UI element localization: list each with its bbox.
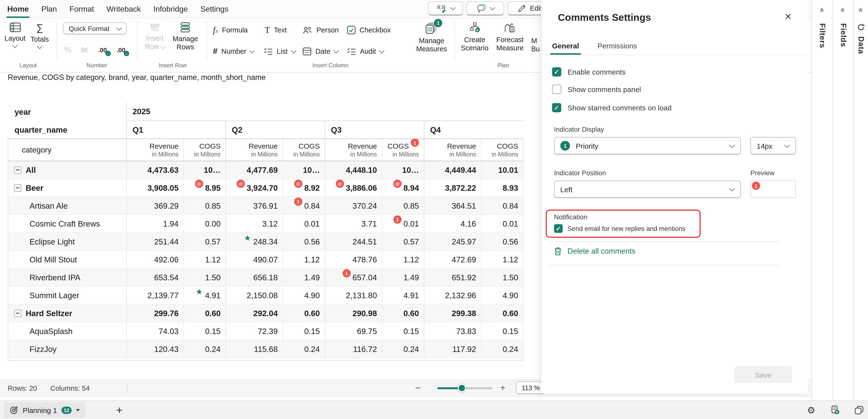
checkbox-checked-icon[interactable]: ✓	[554, 224, 563, 233]
menu-plan[interactable]: Plan	[35, 0, 63, 18]
collapse-chevrons-icon[interactable]: «	[857, 8, 865, 12]
refresh-icon[interactable]	[857, 23, 865, 31]
table-cell[interactable]: ★248.34	[225, 233, 283, 250]
table-cell[interactable]: 3.12	[225, 215, 283, 232]
table-cell[interactable]: 10…	[382, 161, 424, 179]
table-cell[interactable]: 0.57	[382, 233, 424, 250]
mention-badge[interactable]: @	[195, 179, 203, 188]
caret-down-icon[interactable]	[76, 409, 80, 411]
table-cell[interactable]: 2,150.08	[225, 287, 283, 304]
table-cell[interactable]: 251.44	[126, 233, 183, 250]
settings-gear-icon[interactable]: ⚙	[807, 401, 815, 419]
manage-rows-button[interactable]: Manage Rows	[170, 22, 200, 51]
mention-badge[interactable]: @	[336, 179, 344, 188]
comments-button[interactable]	[466, 1, 504, 16]
table-cell[interactable]: 0.60	[481, 304, 523, 322]
table-cell[interactable]: 292.04	[225, 304, 283, 322]
delete-all-comments-link[interactable]: Delete all comments	[554, 247, 636, 256]
row-label[interactable]: All	[8, 161, 126, 179]
mention-badge[interactable]: @	[237, 179, 245, 188]
table-cell[interactable]: 0.60	[382, 304, 424, 322]
table-cell[interactable]: 653.54	[126, 269, 183, 286]
table-cell[interactable]: 4,477.69	[225, 161, 283, 179]
table-cell[interactable]: 490.07	[225, 251, 283, 268]
table-cell[interactable]: 2,139.77	[126, 287, 183, 304]
forecast-measure-button[interactable]: Forecast Measure	[494, 22, 526, 52]
show-comments-panel-checkbox[interactable]: Show comments panel	[552, 85, 641, 94]
insert-number-button[interactable]: # Number	[213, 46, 254, 57]
table-cell[interactable]: 2,132.96	[424, 287, 481, 304]
show-starred-checkbox[interactable]: ✓ Show starred comments on load	[552, 103, 672, 112]
insert-date-button[interactable]: Date	[302, 46, 338, 57]
table-cell[interactable]: 0.15	[382, 322, 424, 340]
quick-format-dropdown[interactable]: Quick Format	[63, 22, 127, 34]
table-cell[interactable]: 492.06	[126, 251, 183, 268]
row-label[interactable]: Cosmic Craft Brews	[8, 215, 126, 232]
create-scenario-button[interactable]: Create Scenario	[460, 22, 490, 52]
insert-text-button[interactable]: T Text	[265, 24, 287, 36]
table-cell[interactable]: 117.92	[424, 340, 481, 358]
table-cell[interactable]: 10.84	[283, 197, 324, 214]
new-report-icon[interactable]	[830, 401, 840, 419]
table-cell[interactable]: 0.24	[382, 340, 424, 358]
table-cell[interactable]: 3.71	[324, 215, 382, 232]
table-cell[interactable]: 1.12	[183, 251, 225, 268]
filters-strip[interactable]: « Filters	[811, 0, 832, 400]
send-email-checkbox[interactable]: ✓ Send email for new replies and mention…	[554, 224, 686, 233]
menu-home[interactable]: Home	[1, 0, 35, 18]
menu-infobridge[interactable]: Infobridge	[147, 0, 194, 18]
table-cell[interactable]: @8.95	[183, 179, 225, 197]
insert-row-button[interactable]: Insert Row	[142, 22, 168, 51]
comment-count-badge[interactable]: 1	[411, 139, 419, 147]
tab-general[interactable]: General	[550, 42, 581, 55]
table-cell[interactable]: 0.15	[481, 322, 523, 340]
row-label[interactable]: Beer	[8, 179, 126, 197]
table-cell[interactable]: 0.24	[283, 340, 324, 358]
zoom-in-button[interactable]: +	[500, 380, 505, 396]
table-cell[interactable]: 1.94	[126, 215, 183, 232]
totals-button[interactable]: ∑ Totals	[29, 22, 50, 49]
table-cell[interactable]: 0.84	[481, 197, 523, 214]
table-cell[interactable]: 116.72	[324, 340, 382, 358]
row-label[interactable]: AquaSplash	[8, 322, 126, 340]
data-strip[interactable]: « Data	[854, 0, 868, 400]
table-cell[interactable]: 369.29	[126, 197, 183, 214]
table-cell[interactable]: 1.50	[183, 269, 225, 286]
table-cell[interactable]: 299.76	[126, 304, 183, 322]
enable-comments-checkbox[interactable]: ✓ Enable comments	[552, 67, 626, 77]
collapse-icon[interactable]	[14, 166, 21, 174]
table-cell[interactable]: 478.76	[324, 251, 382, 268]
save-button[interactable]: Save	[735, 366, 792, 383]
checkbox-checked-icon[interactable]: ✓	[552, 103, 561, 112]
table-cell[interactable]: 10.01	[382, 215, 424, 232]
table-cell[interactable]: 1.49	[382, 269, 424, 286]
table-cell[interactable]: 472.69	[424, 251, 481, 268]
table-cell[interactable]: 10…	[283, 161, 324, 179]
mention-badge[interactable]: @	[294, 179, 302, 188]
row-label[interactable]: Eclipse Light	[8, 233, 126, 250]
checkbox-unchecked-icon[interactable]	[552, 85, 561, 94]
insert-audit-button[interactable]: Audit	[347, 46, 384, 57]
insert-checkbox-button[interactable]: Checkbox	[347, 24, 391, 36]
layout-button[interactable]: Layout	[4, 22, 26, 48]
table-cell[interactable]: 4.90	[283, 287, 324, 304]
row-label[interactable]: Riverbend IPA	[8, 269, 126, 286]
table-cell[interactable]: 0.24	[183, 340, 225, 358]
table-cell[interactable]: 3,908.05	[126, 179, 183, 197]
table-cell[interactable]: 0.56	[481, 233, 523, 250]
row-label[interactable]: Old Mill Stout	[8, 251, 126, 268]
comment-count-badge[interactable]: 1	[294, 197, 302, 206]
insert-list-button[interactable]: List	[264, 46, 296, 57]
row-label[interactable]: Artisan Ale	[8, 197, 126, 214]
table-cell[interactable]: 0.85	[183, 197, 225, 214]
table-cell[interactable]: 4.90	[481, 287, 523, 304]
comment-count-badge[interactable]: 1	[393, 215, 402, 223]
sheet-tab-planning[interactable]: Planning 1 12	[4, 402, 86, 418]
row-label[interactable]: Summit Lager	[8, 287, 126, 304]
table-cell[interactable]: 10.01	[481, 161, 523, 179]
insert-person-button[interactable]: Person	[302, 24, 339, 36]
table-cell[interactable]: 299.38	[424, 304, 481, 322]
currency-format-button[interactable]: $€	[81, 46, 88, 54]
tab-permissions[interactable]: Permissions	[596, 42, 639, 55]
collapse-chevrons-icon[interactable]: «	[839, 8, 848, 12]
